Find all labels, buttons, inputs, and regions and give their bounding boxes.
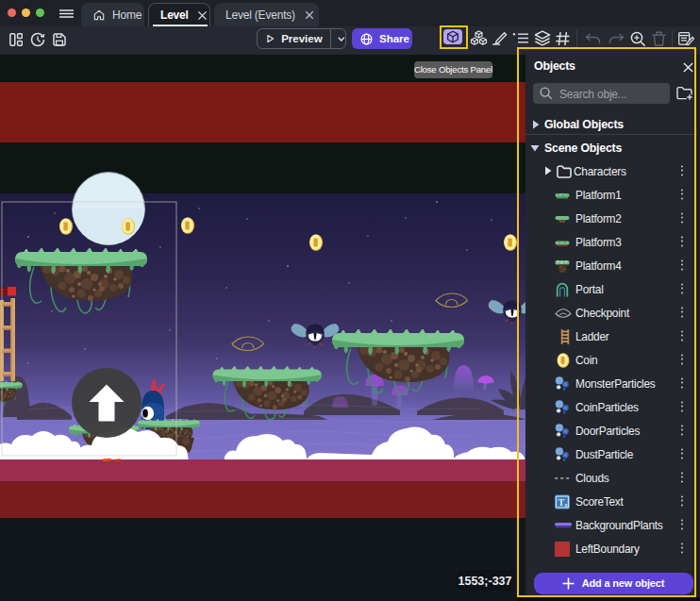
svg-text:1553;-337: 1553;-337 [458, 575, 512, 588]
